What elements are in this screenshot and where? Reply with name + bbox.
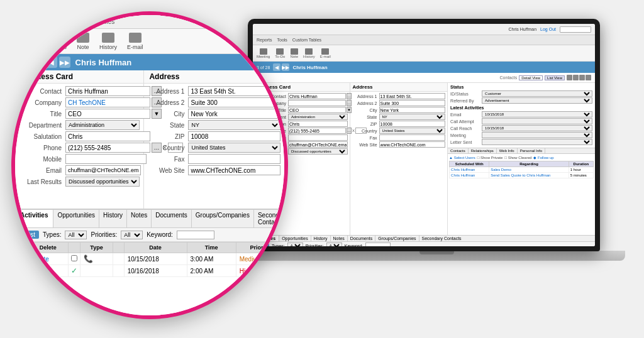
mini-addr1-input[interactable] <box>379 93 446 99</box>
zoom-act-row2-chk[interactable] <box>18 267 25 273</box>
mini-act-tab-groups[interactable]: Groups/Companies <box>375 236 419 241</box>
mini-referred-select[interactable]: Advertisement <box>482 97 592 104</box>
zoom-keyword-input[interactable] <box>177 231 214 239</box>
zoom-website-input[interactable] <box>188 165 280 175</box>
mini-show-cleared-chk[interactable]: □ Show Cleared <box>504 156 531 160</box>
zoom-act-tab-docs[interactable]: Documents <box>152 210 192 227</box>
zoom-country-select[interactable]: United States <box>188 143 280 153</box>
mini-subtab-webinfo[interactable]: Web Info <box>497 148 518 153</box>
zoom-act-select-all[interactable] <box>18 244 25 250</box>
mini-company-input[interactable] <box>288 100 346 106</box>
zoom-tool-meeting[interactable]: Meeting <box>21 33 42 50</box>
zoom-prev-btn[interactable]: ◀ <box>46 57 57 68</box>
mini-lat-letter-select[interactable] <box>482 139 592 145</box>
zoom-company-input[interactable] <box>65 97 150 107</box>
zoom-act-tab-notes[interactable]: Notes <box>127 210 152 227</box>
zoom-state-select[interactable]: NY <box>188 120 280 130</box>
mini-contact-input[interactable] <box>288 93 346 99</box>
mini-salutation-input[interactable] <box>288 121 348 127</box>
mini-act-tab-notes[interactable]: Notes <box>331 236 348 241</box>
zoom-next-btn[interactable]: ▶▶ <box>59 57 70 68</box>
zoom-keyword-label: Keyword: <box>147 231 173 238</box>
mini-subtab-personal[interactable]: Personal Info <box>518 148 545 153</box>
zoom-priorities-select[interactable]: All <box>121 231 143 239</box>
mini-keyword-input[interactable] <box>365 243 391 246</box>
zoom-tool-todo[interactable]: To-Do <box>52 33 67 50</box>
zoom-contact-input[interactable] <box>65 86 150 96</box>
zoom-act-tab-groups[interactable]: Groups/Companies <box>192 210 254 227</box>
mini-act-tab-history[interactable]: History <box>311 236 331 241</box>
zoom-zip-input[interactable] <box>188 131 280 141</box>
mini-status-select[interactable]: Customer <box>482 90 592 97</box>
mini-email-input[interactable] <box>288 141 348 148</box>
mini-website-input[interactable] <box>379 141 446 148</box>
zoom-salutation-input[interactable] <box>65 131 150 141</box>
zoom-act-tab-opportunities[interactable]: Opportunities <box>53 210 99 227</box>
zoom-dept-select[interactable]: Administration <box>65 120 140 130</box>
mini-search-input[interactable] <box>560 26 591 33</box>
mini-follow-up-btn[interactable]: ◆ Follow up <box>533 155 553 160</box>
zoom-lastresults-select[interactable]: Discussed opportunities <box>65 177 140 187</box>
zoom-tool-history[interactable]: History <box>99 33 117 50</box>
zoom-tool-note[interactable]: Note <box>77 33 89 50</box>
zoom-city-label: City <box>148 111 187 117</box>
mini-country-label: Country <box>352 129 379 133</box>
mini-lat-email-select[interactable]: 10/15/2018 <box>482 111 592 117</box>
mini-priorities-select[interactable]: All <box>326 243 342 246</box>
zoom-menu-custom[interactable]: Custom Tables <box>73 18 114 25</box>
mini-show-private-chk[interactable]: □ Show Private <box>477 156 503 160</box>
mini-detail-view-btn[interactable]: Detail View <box>519 75 543 80</box>
zoom-act-tab-secondary[interactable]: Secondary Contacts <box>254 210 284 227</box>
zoom-menu-tools[interactable]: Tools <box>51 18 65 25</box>
zoom-menu-reports[interactable]: Reports <box>21 18 43 25</box>
mini-address-title: Address <box>350 83 448 92</box>
mini-select-users-btn[interactable]: ▲ Select Users <box>449 156 475 160</box>
mini-mobile-input[interactable] <box>288 134 348 141</box>
mini-dept-select[interactable]: Administration <box>288 114 348 120</box>
mini-city-input[interactable] <box>379 107 446 113</box>
mini-fax-input[interactable] <box>379 134 446 141</box>
mini-country-select[interactable]: United States <box>379 128 446 134</box>
mini-tool-note[interactable]: Note <box>290 48 298 58</box>
mini-act-tab-docs[interactable]: Documents <box>348 236 375 241</box>
mini-tool-history[interactable]: History <box>303 48 315 58</box>
mini-menu-custom[interactable]: Custom Tables <box>292 38 321 42</box>
mini-zip-input[interactable] <box>379 121 446 127</box>
mini-phone-input[interactable] <box>288 128 346 134</box>
zoom-act-row1-chk[interactable] <box>18 255 25 261</box>
mini-subtab-relationships[interactable]: Relationships <box>469 148 497 153</box>
mini-list-view-btn[interactable]: List View <box>545 75 565 80</box>
zoom-addr2-input[interactable] <box>188 97 280 107</box>
zoom-country-label: Country <box>148 144 187 151</box>
zoom-act-row1-phone-icon: 📞 <box>84 254 93 263</box>
mini-lat-meeting-select[interactable] <box>482 132 592 138</box>
mini-lat-callattempt-select[interactable] <box>482 118 592 124</box>
mini-addr2-input[interactable] <box>379 100 446 106</box>
zoom-types-select[interactable]: All <box>65 231 87 239</box>
zoom-email-input[interactable] <box>65 165 141 175</box>
zoom-tool-email[interactable]: E-mail <box>127 33 143 50</box>
zoom-act-row1-check[interactable] <box>71 255 77 261</box>
mini-keyword-label: Keyword: <box>345 244 363 247</box>
zoom-mobile-input[interactable] <box>65 154 147 164</box>
mini-logout-btn[interactable]: Log Out <box>540 27 556 31</box>
mini-priorities-label: Priorities: <box>306 244 324 247</box>
mini-act-tab-secondary[interactable]: Secondary Contacts <box>419 236 464 241</box>
mini-lastresults-select[interactable]: Discussed opportunities <box>288 148 348 155</box>
zoom-fax-input[interactable] <box>188 154 280 164</box>
zoom-act-tab-history[interactable]: History <box>99 210 127 227</box>
mini-tool-email[interactable]: E-mail <box>320 48 331 58</box>
zoom-city-input[interactable] <box>188 109 280 119</box>
zoom-phone-input[interactable] <box>65 143 150 153</box>
zoom-act-row1-delete[interactable]: Delete <box>28 253 69 265</box>
zoom-addr1-input[interactable] <box>188 86 280 96</box>
zoom-title-input[interactable] <box>65 109 150 119</box>
mini-title-input[interactable] <box>288 107 346 113</box>
mini-subtab-contacts[interactable]: Contacts <box>448 148 469 153</box>
mini-lat-callreach-select[interactable]: 10/15/2018 <box>482 125 592 131</box>
mini-city-label: City <box>352 108 379 112</box>
mini-state-select[interactable]: NY <box>379 114 446 120</box>
mini-types-select[interactable]: All <box>287 243 303 246</box>
zoom-filter-past[interactable]: Past <box>19 231 39 239</box>
zoom-act-tab-activities[interactable]: Activities <box>15 210 53 227</box>
